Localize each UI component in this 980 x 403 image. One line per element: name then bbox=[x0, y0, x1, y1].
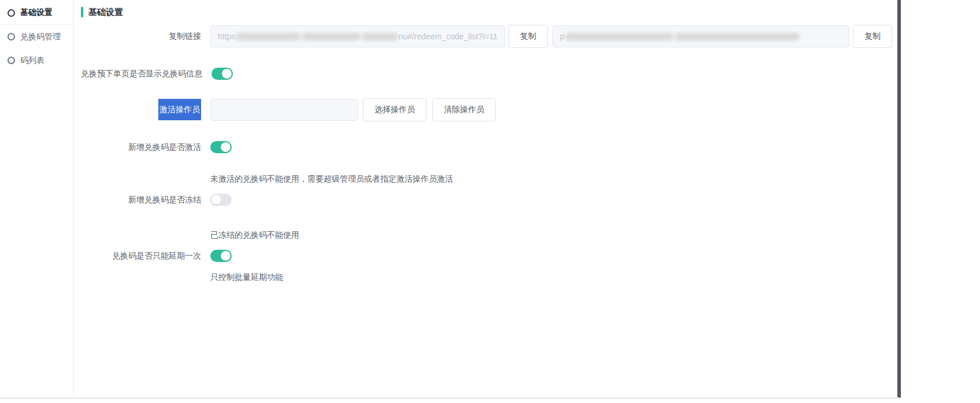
selected-label-highlight: 激活操作员 bbox=[158, 99, 201, 120]
redacted-segment bbox=[675, 33, 800, 40]
title-accent-bar bbox=[81, 7, 83, 17]
link2-text-prefix: p bbox=[560, 32, 565, 41]
sidebar-item-basic-settings[interactable]: 基础设置 bbox=[0, 1, 73, 25]
settings-page: 基础设置 兑换码管理 码列表 基础设置 复制链接 https bbox=[0, 0, 901, 399]
redacted-segment bbox=[362, 33, 398, 40]
page-title-text: 基础设置 bbox=[88, 7, 123, 18]
redacted-segment bbox=[565, 33, 674, 40]
bottom-edge-line bbox=[0, 397, 899, 399]
scrollbar-thumb[interactable] bbox=[897, 0, 901, 398]
activate-operator-row: 激活操作员 选择操作员 清除操作员 bbox=[81, 98, 896, 121]
link-text-suffix: nu#/redeem_code_list?i=11 bbox=[399, 32, 498, 41]
extend-once-toggle[interactable] bbox=[210, 250, 232, 262]
new-code-frozen-label: 新增兑换码是否冻结 bbox=[81, 194, 210, 206]
new-code-activated-help: 未激活的兑换码不能使用，需要超级管理员或者指定激活操作员激活 bbox=[210, 174, 453, 184]
redacted-segment bbox=[302, 33, 361, 40]
new-code-frozen-help: 已冻结的兑换码不能使用 bbox=[210, 230, 299, 241]
copy-link-input-1[interactable]: https nu#/redeem_code_list?i=11 bbox=[210, 25, 505, 47]
new-code-activated-row: 新增兑换码是否激活 未激活的兑换码不能使用，需要超级管理员或者指定激活操作员激活 bbox=[81, 141, 896, 184]
new-code-activated-toggle[interactable] bbox=[210, 141, 232, 153]
sidebar-item-label: 码列表 bbox=[20, 56, 44, 66]
new-code-frozen-row: 新增兑换码是否冻结 已冻结的兑换码不能使用 bbox=[81, 194, 896, 241]
vertical-scrollbar[interactable] bbox=[897, 0, 901, 399]
copy-link-label: 复制链接 bbox=[81, 25, 210, 47]
copy-link-input-2[interactable]: p bbox=[552, 25, 849, 47]
activate-operator-label: 激活操作员 bbox=[81, 98, 210, 120]
show-code-info-row: 兑换预下单页是否显示兑换码信息 bbox=[81, 68, 896, 80]
page-title: 基础设置 bbox=[81, 6, 896, 18]
new-code-activated-label: 新增兑换码是否激活 bbox=[81, 141, 210, 153]
radio-circle-icon bbox=[8, 9, 15, 17]
copy-button-1[interactable]: 复制 bbox=[508, 25, 548, 48]
radio-circle-icon bbox=[8, 33, 15, 40]
redacted-segment bbox=[236, 33, 300, 40]
sidebar-item-redeem-code-management[interactable]: 兑换码管理 bbox=[0, 25, 73, 49]
sidebar-item-code-list[interactable]: 码列表 bbox=[0, 49, 73, 72]
activate-operator-input[interactable] bbox=[210, 99, 358, 121]
link-text-prefix: https bbox=[218, 32, 235, 41]
sidebar-item-label: 基础设置 bbox=[20, 8, 53, 18]
extend-once-row: 兑换码是否只能延期一次 只控制批量延期功能 bbox=[81, 250, 896, 283]
settings-form: 复制链接 https nu#/redeem_code_list?i=11 复制 … bbox=[81, 25, 896, 283]
radio-circle-icon bbox=[8, 57, 15, 64]
main-content: 基础设置 复制链接 https nu#/redeem_code_list?i=1… bbox=[75, 0, 896, 399]
sidebar: 基础设置 兑换码管理 码列表 bbox=[0, 0, 74, 397]
copy-link-row: 复制链接 https nu#/redeem_code_list?i=11 复制 … bbox=[81, 25, 896, 48]
clear-operator-button[interactable]: 清除操作员 bbox=[432, 98, 496, 121]
sidebar-item-label: 兑换码管理 bbox=[20, 32, 61, 42]
new-code-frozen-toggle[interactable] bbox=[210, 194, 232, 206]
copy-button-2[interactable]: 复制 bbox=[853, 25, 892, 48]
extend-once-label: 兑换码是否只能延期一次 bbox=[81, 250, 210, 262]
show-code-info-label: 兑换预下单页是否显示兑换码信息 bbox=[81, 68, 211, 80]
extend-once-help: 只控制批量延期功能 bbox=[210, 272, 283, 283]
show-code-info-toggle[interactable] bbox=[211, 68, 233, 80]
select-operator-button[interactable]: 选择操作员 bbox=[363, 98, 426, 121]
